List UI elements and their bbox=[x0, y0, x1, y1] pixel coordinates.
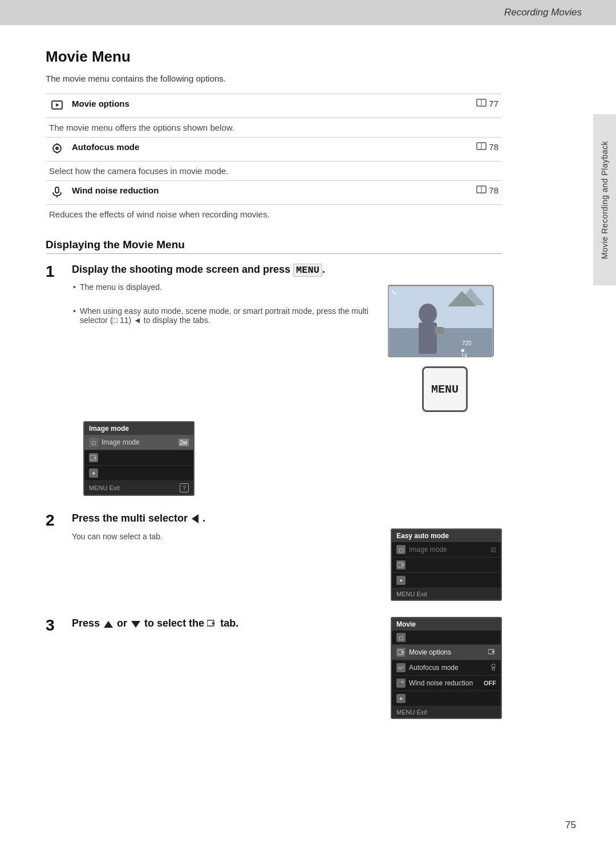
screen-row-icon: AF bbox=[396, 663, 406, 672]
table-row: Wind noise reduction 78 bbox=[46, 181, 502, 205]
screen-row: ◻ Image mode 2м bbox=[84, 435, 193, 450]
screen-row: 🎤 Wind noise reduction OFF bbox=[392, 676, 501, 691]
menu-desc: The movie menu offers the options shown … bbox=[46, 118, 502, 138]
screen-row: AF Autofocus mode bbox=[392, 660, 501, 676]
screen-row: ✦ bbox=[84, 466, 193, 481]
book-icon bbox=[476, 185, 487, 193]
screen-row-label: Image mode bbox=[102, 438, 179, 446]
screen-row: ◻ bbox=[392, 631, 501, 645]
screen-footer-label: MENU Exit bbox=[396, 591, 427, 597]
menu-desc: Select how the camera focuses in movie m… bbox=[46, 161, 502, 181]
svg-rect-21 bbox=[435, 327, 444, 334]
step-2-title-text: Press the multi selector bbox=[72, 512, 191, 524]
menu-button: MENU bbox=[422, 366, 468, 412]
step-3: 3 Press or to select the bbox=[46, 617, 502, 719]
screen-row-value: 2м bbox=[179, 439, 189, 446]
screen-row-icon bbox=[396, 560, 406, 570]
step-1-details: The menu is displayed. When using easy a… bbox=[72, 282, 371, 412]
screen-row-icon bbox=[396, 648, 406, 657]
screen-row-icon: ✦ bbox=[396, 576, 406, 585]
step-1-bullet: The menu is displayed. bbox=[80, 282, 371, 292]
screen-header-3: Movie bbox=[392, 618, 501, 631]
screen-row-label: Autofocus mode bbox=[409, 664, 491, 672]
menu-desc: Reduces the effects of wind noise when r… bbox=[46, 205, 502, 224]
menu-page-ref: 77 bbox=[399, 94, 502, 118]
screen-row-icon: ◻ bbox=[396, 633, 406, 642]
table-row: Autofocus mode 78 bbox=[46, 138, 502, 161]
screen-footer-label: MENU Exit bbox=[89, 484, 120, 491]
book-icon bbox=[476, 142, 487, 150]
svg-text:✎: ✎ bbox=[391, 289, 396, 296]
step-1-note: When using easy auto mode, scene mode, o… bbox=[80, 306, 371, 325]
screen-row-selected: Movie options bbox=[392, 645, 501, 660]
step-2: 2 Press the multi selector . You can now… bbox=[46, 512, 502, 601]
main-content: Movie Menu The movie menu contains the f… bbox=[0, 25, 548, 758]
screen-row-label: Wind noise reduction bbox=[409, 679, 484, 687]
step-number-3: 3 bbox=[46, 617, 66, 635]
menu-label-cell: Autofocus mode bbox=[68, 138, 399, 161]
svg-rect-20 bbox=[419, 322, 437, 354]
svg-point-5 bbox=[55, 147, 59, 150]
step-1-title-text: Display the shooting mode screen and pre… bbox=[72, 264, 293, 275]
menu-keyword: MENU bbox=[293, 264, 322, 277]
menu-page-ref: 78 bbox=[399, 181, 502, 205]
screen-row-icon: ◻ bbox=[89, 438, 98, 447]
screen-row-icon: ◻ bbox=[396, 545, 406, 554]
menu-icon bbox=[46, 181, 68, 205]
screen-row-label: Image mode bbox=[409, 546, 491, 554]
sidebar-text: Movie Recording and Playback bbox=[600, 141, 609, 259]
screen-row-icon bbox=[89, 453, 98, 462]
screen-mock-2: Easy auto mode ◻ Image mode 🖼 bbox=[391, 528, 502, 601]
menu-label: Autofocus mode bbox=[72, 142, 139, 152]
screen-row bbox=[392, 558, 501, 573]
movie-tab-icon bbox=[207, 617, 220, 629]
screen-row-icon: ✦ bbox=[89, 469, 98, 478]
screen-header-2: Easy auto mode bbox=[392, 530, 501, 542]
screen-footer-1: MENU Exit ? bbox=[84, 481, 193, 495]
step-1-content: Display the shooting mode screen and pre… bbox=[72, 263, 502, 496]
svg-text:14: 14 bbox=[461, 353, 468, 359]
screen-footer-2: MENU Exit bbox=[392, 588, 501, 600]
screen-mock-3: Movie ◻ Movie options bbox=[391, 617, 502, 719]
screen-footer-3: MENU Exit bbox=[392, 706, 501, 718]
page-number: 75 bbox=[565, 819, 576, 831]
step-1: 1 Display the shooting mode screen and p… bbox=[46, 263, 502, 496]
step-2-content: Press the multi selector . You can now s… bbox=[72, 512, 502, 601]
step-3-to: to select the bbox=[144, 617, 207, 629]
arrow-down-icon bbox=[131, 621, 140, 628]
top-bar: Recording Movies bbox=[0, 0, 616, 25]
step-3-title-end: tab. bbox=[220, 617, 238, 629]
step-2-title-end: . bbox=[202, 512, 205, 524]
table-row-desc: Reduces the effects of wind noise when r… bbox=[46, 205, 502, 224]
book-icon bbox=[476, 99, 487, 107]
screen-row: ✦ bbox=[392, 691, 501, 706]
page: Recording Movies Movie Menu The movie me… bbox=[0, 0, 616, 848]
screen-row: ✦ bbox=[392, 573, 501, 588]
step-1-title-end: . bbox=[322, 264, 325, 275]
screen-footer-label: MENU Exit bbox=[396, 709, 427, 716]
step-3-content: Press or to select the tab. bbox=[72, 617, 502, 719]
menu-page-ref: 78 bbox=[399, 138, 502, 161]
arrow-up-icon bbox=[104, 621, 113, 628]
menu-icon bbox=[46, 94, 68, 118]
step-1-title: Display the shooting mode screen and pre… bbox=[72, 263, 502, 277]
menu-label-cell: Movie options bbox=[68, 94, 399, 118]
menu-table: Movie options 77 The movie menu offers t… bbox=[46, 94, 502, 224]
camera-illustration: ✎ 720 ■ 14 bbox=[388, 282, 502, 360]
arrow-left-icon bbox=[192, 514, 198, 523]
screen-row-icon: 🎤 bbox=[396, 679, 406, 688]
screen-footer-num: ? bbox=[180, 483, 189, 492]
step-number-2: 2 bbox=[46, 512, 66, 530]
table-row-desc: The movie menu offers the options shown … bbox=[46, 118, 502, 138]
svg-point-19 bbox=[419, 304, 437, 324]
svg-rect-10 bbox=[55, 187, 59, 193]
table-row: Movie options 77 bbox=[46, 94, 502, 118]
menu-icon bbox=[46, 138, 68, 161]
menu-label: Movie options bbox=[72, 99, 129, 108]
svg-point-36 bbox=[492, 664, 495, 668]
screen-header-1: Image mode bbox=[84, 422, 193, 435]
screen-mock-1: Image mode ◻ Image mode 2м bbox=[83, 421, 194, 496]
svg-marker-1 bbox=[56, 103, 59, 107]
step-3-or: or bbox=[117, 617, 130, 629]
section-heading: Displaying the Movie Menu bbox=[46, 239, 502, 254]
